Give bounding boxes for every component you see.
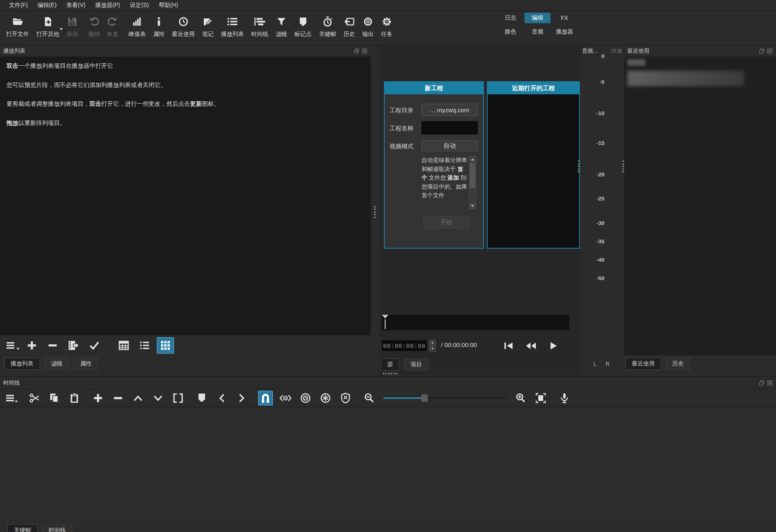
splitter-left[interactable] <box>371 46 379 376</box>
video-mode-button[interactable]: 自动 <box>421 140 478 151</box>
timeline-button[interactable]: 时间线 <box>248 13 272 45</box>
cut-button[interactable] <box>27 391 42 405</box>
toggle-fx[interactable]: FX <box>551 13 578 23</box>
splitter-handle[interactable] <box>374 206 376 218</box>
playlist-table-view-button[interactable] <box>115 337 132 354</box>
copy-button[interactable] <box>47 391 62 405</box>
start-button[interactable]: 开始 <box>424 216 469 228</box>
zoom-fit-button[interactable] <box>533 391 548 405</box>
position-timecode-input[interactable]: 00:00:00:00 <box>381 340 427 352</box>
menu-settings[interactable]: 设定(S) <box>125 1 154 10</box>
open-other-button[interactable]: 打开其他 <box>33 13 63 45</box>
ripple-delete-button[interactable] <box>111 391 125 405</box>
overwrite-button[interactable] <box>151 391 165 405</box>
timeline-zoom-slider[interactable] <box>384 394 506 402</box>
zoom-in-button[interactable] <box>513 391 528 405</box>
tab-keyframes[interactable]: 关键帧 <box>7 524 38 532</box>
close-icon[interactable] <box>617 49 622 53</box>
spinner-down-icon[interactable] <box>429 346 436 352</box>
history-button[interactable]: 历史 <box>340 13 359 45</box>
marker-button[interactable] <box>194 391 209 405</box>
float-icon[interactable] <box>759 48 765 54</box>
tab-source[interactable]: 源 <box>381 358 399 371</box>
slider-handle[interactable] <box>421 394 428 402</box>
menu-edit[interactable]: 编辑(E) <box>33 1 62 10</box>
playlist-button[interactable]: 播放列表 <box>217 13 248 45</box>
close-icon[interactable] <box>767 48 773 54</box>
menu-help[interactable]: 帮助(H) <box>154 1 183 10</box>
properties-button[interactable]: 属性 <box>149 13 168 45</box>
scrub-while-dragging-button[interactable] <box>278 391 293 405</box>
splitter-handle[interactable] <box>578 160 580 173</box>
play-button[interactable] <box>546 341 560 351</box>
notes-button[interactable]: 笔记 <box>198 13 217 45</box>
toggle-player[interactable]: 播放器 <box>551 27 578 37</box>
open-file-button[interactable]: 打开文件 <box>2 13 33 45</box>
tab-playlist[interactable]: 播放列表 <box>4 358 40 370</box>
tab-history[interactable]: 历史 <box>666 358 690 370</box>
scroll-up-icon[interactable] <box>469 156 476 162</box>
description-scrollbar[interactable] <box>469 156 476 209</box>
prev-marker-button[interactable] <box>214 391 229 405</box>
redo-button[interactable]: 恢复 <box>103 13 122 45</box>
toggle-logs[interactable]: 日志 <box>497 13 524 23</box>
spinner-up-icon[interactable] <box>429 340 436 345</box>
undo-button[interactable]: 撤销 <box>85 13 103 45</box>
recent-search-blurred[interactable] <box>627 59 645 66</box>
scroll-down-icon[interactable] <box>469 203 476 209</box>
timeline-menu-button[interactable] <box>3 391 18 405</box>
playlist-grid-view-button[interactable] <box>157 337 174 354</box>
recent-projects-list[interactable] <box>488 94 579 248</box>
jobs-button[interactable]: 任务 <box>377 13 396 45</box>
project-folder-button[interactable]: ... myzwq.com <box>421 104 478 116</box>
split-button[interactable] <box>171 391 185 405</box>
next-marker-button[interactable] <box>234 391 249 405</box>
float-icon[interactable] <box>611 49 616 53</box>
playlist-add-button[interactable] <box>23 337 40 354</box>
zoom-out-button[interactable] <box>362 391 377 405</box>
project-name-input[interactable] <box>421 121 478 134</box>
append-button[interactable] <box>91 391 105 405</box>
keyframes-button[interactable]: 关键帧 <box>315 13 340 45</box>
close-icon[interactable] <box>362 48 368 54</box>
tab-timeline[interactable]: 时间线 <box>42 524 72 532</box>
tab-recent[interactable]: 最近使用 <box>625 358 661 370</box>
menu-player[interactable]: 播放器(P) <box>90 1 125 10</box>
rewind-button[interactable] <box>524 341 538 351</box>
dock-handle[interactable] <box>383 373 398 374</box>
playlist-menu-button[interactable] <box>2 337 20 354</box>
skip-to-start-button[interactable] <box>502 341 515 351</box>
menu-file[interactable]: 文件(F) <box>4 1 33 10</box>
scrollbar-thumb[interactable] <box>470 163 475 188</box>
toggle-color[interactable]: 颜色 <box>497 27 524 37</box>
playlist-remove-button[interactable] <box>44 337 61 354</box>
ripple-button[interactable] <box>298 391 313 405</box>
float-icon[interactable] <box>759 380 765 386</box>
playlist-list-view-button[interactable] <box>136 337 153 354</box>
output-button[interactable]: 输出 <box>359 13 377 45</box>
menu-view[interactable]: 查看(V) <box>62 1 91 10</box>
paste-button[interactable] <box>67 391 82 405</box>
tab-filters[interactable]: 滤镜 <box>45 358 69 370</box>
float-icon[interactable] <box>354 48 359 54</box>
recent-button[interactable]: 最近使用 <box>168 13 198 45</box>
tab-project[interactable]: 项目 <box>404 358 428 371</box>
toggle-editing[interactable]: 编辑 <box>524 13 551 23</box>
filters-button[interactable]: 滤镜 <box>272 13 291 45</box>
ripple-all-tracks-button[interactable] <box>318 391 333 405</box>
toggle-audio[interactable]: 音频 <box>524 27 551 37</box>
playlist-update-button[interactable] <box>65 337 82 354</box>
recent-files-list[interactable] <box>624 57 776 355</box>
recent-file-item-blurred[interactable] <box>627 71 744 86</box>
tab-properties[interactable]: 属性 <box>74 358 98 370</box>
seek-bar[interactable] <box>381 315 569 330</box>
playhead-icon[interactable] <box>382 315 388 318</box>
save-button[interactable]: 保存 <box>63 13 82 45</box>
close-icon[interactable] <box>767 380 773 386</box>
lift-button[interactable] <box>131 391 145 405</box>
playlist-check-button[interactable] <box>86 337 103 354</box>
markers-button[interactable]: 标记点 <box>291 13 315 45</box>
snap-button[interactable] <box>258 391 273 405</box>
ripple-markers-button[interactable] <box>338 391 353 405</box>
peak-meter-button[interactable]: 峰值表 <box>125 13 149 45</box>
